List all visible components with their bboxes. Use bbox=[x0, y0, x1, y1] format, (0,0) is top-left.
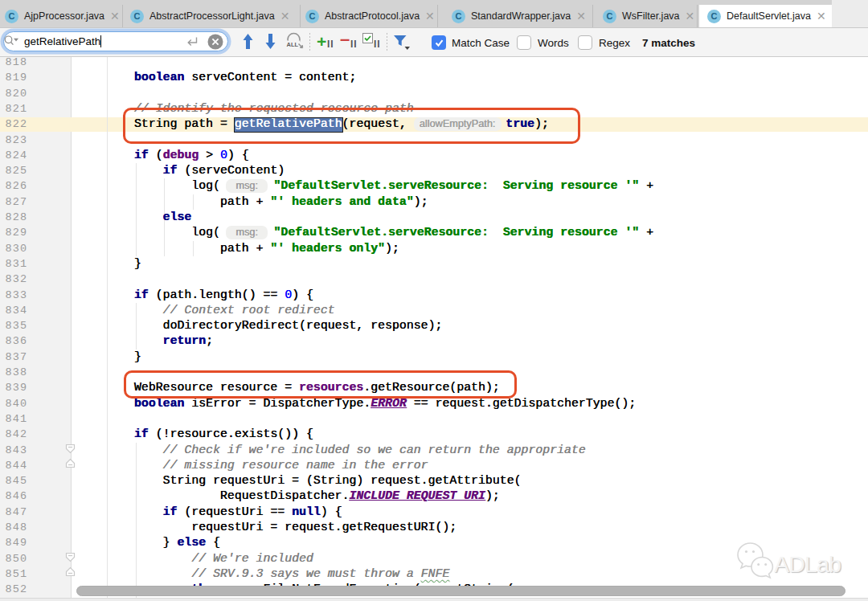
svg-text:ALL: ALL bbox=[287, 41, 299, 48]
